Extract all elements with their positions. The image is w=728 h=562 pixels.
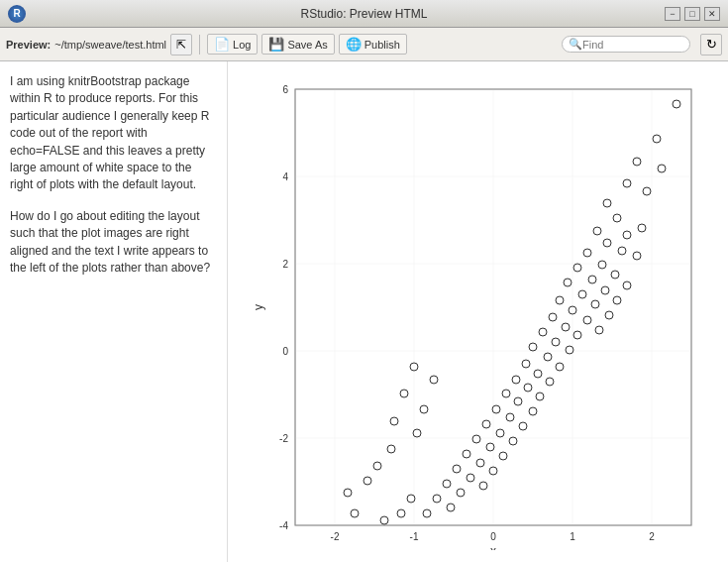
- plot-panel: 6 4 2 0 -2 -4: [228, 61, 728, 562]
- preview-label: Preview:: [6, 39, 51, 51]
- log-icon: 📄: [214, 37, 230, 52]
- search-input[interactable]: [582, 39, 681, 51]
- maximize-button[interactable]: □: [684, 7, 700, 21]
- refresh-button[interactable]: ↻: [700, 34, 722, 56]
- separator-1: [199, 35, 200, 55]
- y-tick-4: 4: [282, 171, 288, 182]
- app-icon: R: [8, 5, 26, 23]
- window-title: RStudio: Preview HTML: [300, 7, 427, 21]
- save-as-button[interactable]: 💾 Save As: [261, 34, 334, 55]
- x-tick-2: 2: [649, 531, 655, 542]
- scatter-plot: 6 4 2 0 -2 -4: [251, 74, 706, 550]
- scatter-svg: 6 4 2 0 -2 -4: [251, 74, 706, 550]
- window-controls[interactable]: − □ ✕: [665, 7, 720, 21]
- y-tick-2: 2: [282, 259, 288, 270]
- y-tick-0: 0: [282, 346, 288, 357]
- paragraph-2: How do I go about editing the layout suc…: [10, 208, 217, 278]
- close-button[interactable]: ✕: [704, 7, 720, 21]
- log-label: Log: [233, 39, 251, 51]
- browser-icon: ⇱: [176, 38, 186, 52]
- title-bar: R RStudio: Preview HTML − □ ✕: [0, 0, 728, 28]
- x-axis-label: x: [490, 544, 496, 550]
- text-panel: I am using knitrBootstrap package within…: [0, 61, 228, 562]
- save-as-label: Save As: [287, 39, 327, 51]
- x-tick-n1: -1: [409, 531, 418, 542]
- refresh-icon: ↻: [706, 37, 717, 52]
- x-tick-n2: -2: [330, 531, 339, 542]
- content-area: I am using knitrBootstrap package within…: [0, 61, 728, 562]
- y-tick-n2: -2: [279, 433, 288, 444]
- minimize-button[interactable]: −: [665, 7, 680, 21]
- save-icon: 💾: [268, 37, 284, 52]
- publish-label: Publish: [364, 39, 400, 51]
- search-icon: 🔍: [569, 38, 582, 51]
- search-box[interactable]: 🔍: [562, 36, 690, 53]
- paragraph-1: I am using knitrBootstrap package within…: [10, 73, 217, 194]
- x-tick-1: 1: [570, 531, 575, 542]
- open-browser-button[interactable]: ⇱: [170, 34, 192, 56]
- toolbar: Preview: ~/tmp/sweave/test.html ⇱ 📄 Log …: [0, 28, 728, 61]
- publish-button[interactable]: 🌐 Publish: [339, 34, 407, 55]
- y-axis-label: y: [252, 304, 265, 310]
- preview-path: ~/tmp/sweave/test.html: [54, 39, 166, 51]
- title-bar-left: R: [8, 5, 26, 23]
- y-tick-n4: -4: [279, 520, 288, 531]
- log-button[interactable]: 📄 Log: [207, 34, 258, 55]
- publish-icon: 🌐: [346, 37, 362, 52]
- x-tick-0: 0: [490, 531, 496, 542]
- y-tick-6: 6: [282, 84, 288, 95]
